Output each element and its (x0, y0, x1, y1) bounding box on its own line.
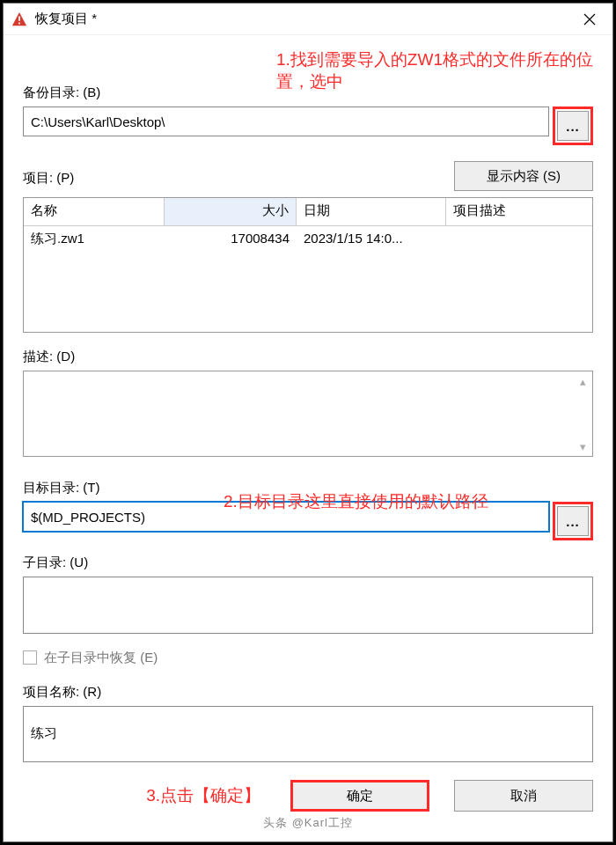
project-name-label: 项目名称: (R) (23, 684, 593, 701)
app-icon (11, 11, 28, 28)
scroll-up-icon[interactable]: ▴ (575, 373, 590, 389)
col-desc[interactable]: 项目描述 (446, 198, 592, 225)
description-textarea[interactable]: ▴ ▾ (23, 371, 593, 457)
target-dir-browse-button[interactable]: ... (557, 506, 589, 536)
col-size[interactable]: 大小 (165, 198, 297, 225)
ok-button[interactable]: 确定 (290, 780, 429, 812)
window-title: 恢复项目 * (35, 11, 574, 27)
project-name-input[interactable]: 练习 (23, 706, 593, 763)
cell-desc (446, 226, 592, 254)
col-name[interactable]: 名称 (24, 198, 165, 225)
cell-name: 练习.zw1 (24, 226, 165, 254)
table-empty-area (24, 254, 592, 332)
dialog-window: 恢复项目 * 1.找到需要导入的ZW1格式的文件所在的位置，选中 备份目录: (… (3, 3, 613, 842)
cell-date: 2023/1/15 14:0... (297, 226, 446, 254)
col-date[interactable]: 日期 (297, 198, 446, 225)
annotation-highlight-1: ... (553, 107, 593, 145)
footer-watermark: 头条 @Karl工控 (23, 812, 593, 833)
titlebar: 恢复项目 * (4, 4, 612, 35)
backup-dir-input[interactable]: C:\Users\Karl\Desktop\ (23, 107, 549, 136)
cancel-button[interactable]: 取消 (454, 780, 593, 812)
project-label: 项目: (P) (23, 170, 593, 187)
sub-dir-label: 子目录: (U) (23, 555, 593, 571)
backup-dir-browse-button[interactable]: ... (557, 111, 589, 141)
restore-subdir-label: 在子目录中恢复 (E) (44, 650, 158, 666)
close-button[interactable] (574, 7, 605, 32)
desc-label: 描述: (D) (23, 349, 593, 365)
scroll-down-icon[interactable]: ▾ (575, 438, 590, 454)
svg-rect-1 (18, 16, 20, 20)
annotation-highlight-2: ... (553, 502, 593, 540)
dialog-content: 备份目录: (B) C:\Users\Karl\Desktop\ ... 显示内… (4, 35, 612, 841)
table-row[interactable]: 练习.zw1 17008434 2023/1/15 14:0... (24, 226, 592, 254)
table-header: 名称 大小 日期 项目描述 (24, 198, 592, 226)
restore-subdir-checkbox[interactable] (23, 650, 37, 665)
project-table: 名称 大小 日期 项目描述 练习.zw1 17008434 2023/1/15 … (23, 197, 593, 333)
annotation-3: 3.点击【确定】 (146, 784, 260, 807)
svg-rect-2 (18, 22, 20, 24)
annotation-1: 1.找到需要导入的ZW1格式的文件所在的位置，选中 (276, 49, 602, 92)
cell-size: 17008434 (165, 226, 297, 254)
annotation-2: 2.目标目录这里直接使用的默认路径 (224, 491, 488, 513)
sub-dir-input[interactable] (23, 577, 593, 634)
